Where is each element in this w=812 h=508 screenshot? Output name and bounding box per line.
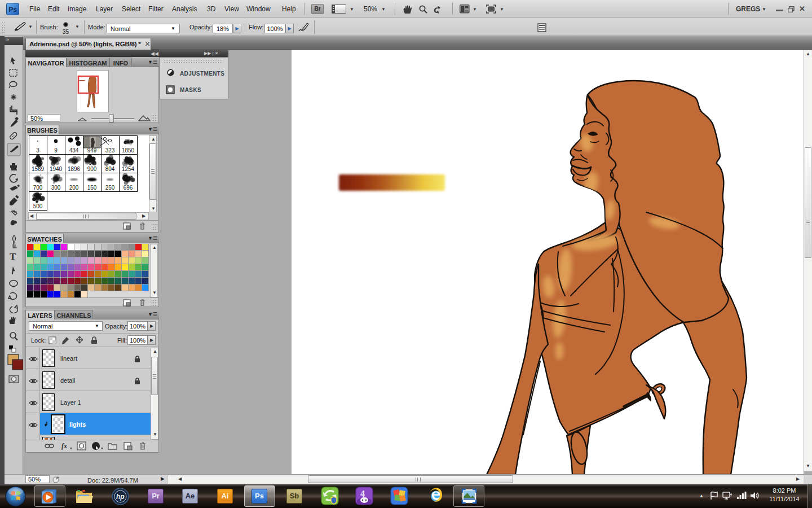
svg-text:323: 323: [105, 147, 115, 154]
svg-text:804: 804: [105, 166, 115, 172]
svg-text:1850: 1850: [122, 147, 135, 154]
svg-text:1896: 1896: [68, 166, 81, 172]
svg-text:700: 700: [33, 185, 43, 191]
svg-text:200: 200: [69, 185, 79, 191]
svg-text:434: 434: [69, 147, 79, 154]
svg-text:696: 696: [123, 185, 133, 191]
svg-text:1254: 1254: [122, 166, 135, 172]
svg-text:fx: fx: [61, 442, 67, 450]
svg-text:500: 500: [33, 203, 43, 209]
svg-text:9: 9: [54, 147, 58, 154]
svg-text:150: 150: [87, 185, 97, 191]
svg-text:300: 300: [51, 185, 61, 191]
svg-text:hp: hp: [116, 493, 125, 501]
svg-text:4: 4: [360, 489, 365, 498]
svg-text:1940: 1940: [50, 166, 63, 172]
svg-text:900: 900: [87, 166, 97, 172]
svg-text:3: 3: [36, 147, 39, 154]
svg-text:250: 250: [105, 185, 115, 191]
svg-text:T: T: [10, 251, 16, 262]
svg-text:949: 949: [87, 147, 97, 154]
